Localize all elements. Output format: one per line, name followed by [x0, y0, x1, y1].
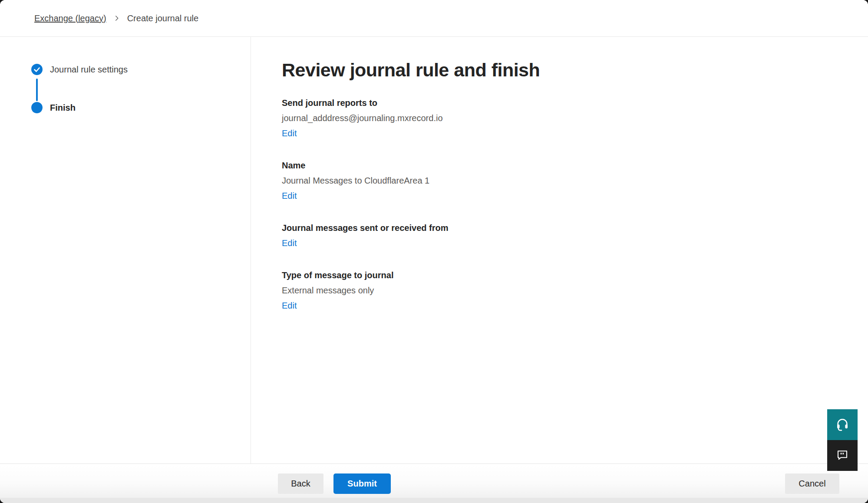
review-section-name: Name Journal Messages to CloudflareArea …	[282, 160, 842, 202]
top-bar: Exchange (legacy) Create journal rule	[0, 0, 868, 37]
current-step-dot-icon	[31, 102, 43, 113]
wizard-step-rail: Journal rule settings Finish	[0, 37, 251, 464]
chat-bubble-icon	[836, 448, 849, 463]
page-title: Review journal rule and finish	[282, 59, 842, 81]
check-icon	[31, 64, 43, 75]
breadcrumb-link-exchange-legacy[interactable]: Exchange (legacy)	[34, 13, 106, 23]
section-title: Type of message to journal	[282, 270, 842, 281]
step-connector-line	[36, 79, 38, 101]
feedback-button[interactable]	[827, 440, 858, 471]
floating-action-stack	[827, 409, 858, 471]
wizard-step-label: Journal rule settings	[50, 65, 128, 75]
rule-name-value: Journal Messages to CloudflareArea 1	[282, 175, 842, 187]
journal-report-address-value: journal_adddress@journaling.mxrecord.io	[282, 112, 842, 124]
message-type-value: External messages only	[282, 285, 842, 296]
edit-scope-link[interactable]: Edit	[282, 237, 297, 249]
section-title: Send journal reports to	[282, 97, 842, 109]
breadcrumb-current-page: Create journal rule	[127, 13, 199, 23]
wizard-step-journal-rule-settings[interactable]: Journal rule settings	[31, 64, 128, 75]
cancel-button[interactable]: Cancel	[785, 473, 839, 494]
back-button[interactable]: Back	[278, 473, 323, 494]
submit-button[interactable]: Submit	[333, 473, 391, 494]
review-section-journal-messages-scope: Journal messages sent or received from E…	[282, 222, 842, 249]
review-section-send-journal-reports-to: Send journal reports to journal_adddress…	[282, 97, 842, 139]
breadcrumb: Exchange (legacy) Create journal rule	[34, 13, 198, 23]
section-title: Name	[282, 160, 842, 171]
chevron-right-icon	[113, 14, 121, 22]
headset-icon	[835, 417, 849, 432]
review-panel: Review journal rule and finish Send jour…	[251, 37, 868, 464]
help-button[interactable]	[827, 409, 858, 440]
review-section-message-type: Type of message to journal External mess…	[282, 270, 842, 312]
edit-name-link[interactable]: Edit	[282, 190, 297, 202]
create-journal-rule-wizard-window: Exchange (legacy) Create journal rule Jo…	[0, 0, 868, 503]
wizard-step-label: Finish	[50, 103, 76, 113]
window-bottom-edge	[0, 498, 868, 503]
wizard-step-finish[interactable]: Finish	[31, 102, 76, 113]
footer-action-bar: Back Submit Cancel	[0, 464, 868, 503]
section-title: Journal messages sent or received from	[282, 222, 842, 234]
edit-send-journal-reports-link[interactable]: Edit	[282, 128, 297, 139]
edit-message-type-link[interactable]: Edit	[282, 300, 297, 312]
